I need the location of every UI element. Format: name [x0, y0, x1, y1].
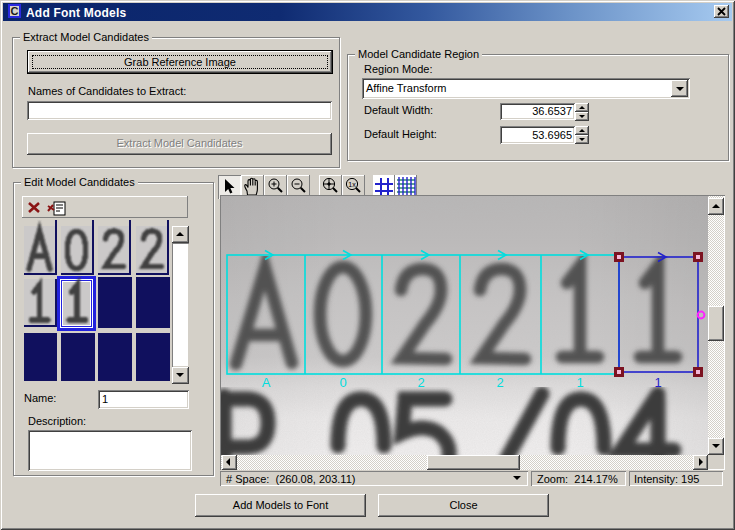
- svg-text:0: 0: [339, 375, 346, 390]
- svg-text:1: 1: [654, 375, 661, 390]
- svg-text:2: 2: [417, 375, 424, 390]
- svg-text:1: 1: [576, 375, 583, 390]
- svg-text:2: 2: [496, 375, 503, 390]
- svg-text:A: A: [262, 375, 271, 390]
- svg-text:1x: 1x: [348, 181, 356, 188]
